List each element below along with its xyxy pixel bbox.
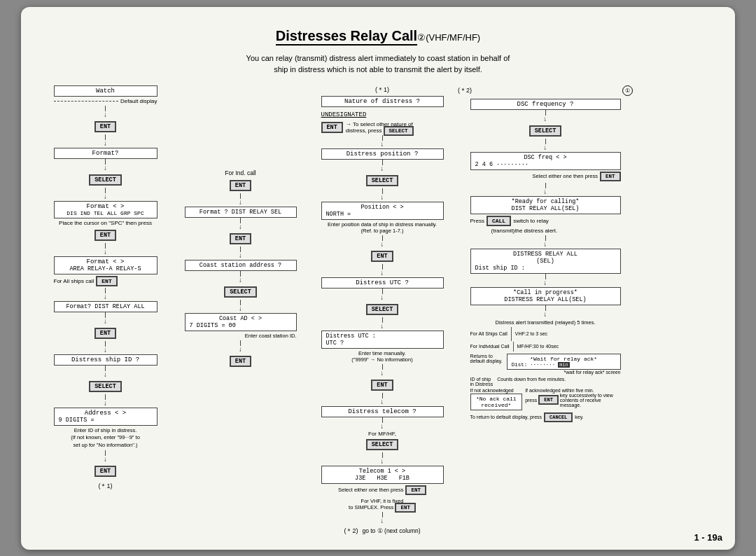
dsc-freq-q-box: DSC frequency ? [470, 99, 621, 110]
star1-bottom: (＊1) [99, 482, 113, 491]
col3-select4-btn: SELECT [366, 439, 399, 450]
for-mf-hf-label: For MF/HF, [368, 431, 396, 437]
undesignated-label: UNDESIGNATED [321, 111, 367, 118]
returns-row: Returns to default display. *Wait for re… [470, 354, 621, 375]
id-note: Enter ID of ship in distress. (If not kn… [54, 427, 158, 450]
format-q-box: Format? [54, 148, 158, 159]
cancel-row: To return to default display, press CANC… [470, 412, 621, 422]
v-line [105, 159, 106, 165]
address-box: Address < > 9 DIGITS = [54, 408, 158, 426]
diagram-area: Watch Default display ↓ ENT ↓ Format? ↓ … [41, 85, 715, 536]
telecom1-box: Telecom 1 < > J3E H3E F1B [321, 466, 444, 484]
page-title: Distresses Relay Call [276, 28, 417, 46]
col2-ent2-btn: ENT [230, 233, 251, 244]
distress-relay2-box: DISTRESS RELAY ALL (SEL) Dist ship ID : [470, 249, 621, 274]
ready-box: *Ready for calling* DIST RELAY ALL(SEL) [470, 196, 621, 214]
ack-row: If not acknowledged *No ack call receive… [470, 388, 621, 410]
col3-select2-btn: SELECT [366, 175, 399, 186]
enter-coast-note: Enter coast station ID. [185, 333, 297, 339]
ent4-btn: ENT [94, 328, 116, 339]
col3-flow: (＊1) Nature of distress ? UNDESIGNATED E… [312, 85, 452, 536]
v-line [105, 134, 106, 140]
format3-box: Format? DIST RELAY ALL [54, 301, 158, 312]
default-display-label: Default display [120, 98, 157, 104]
coast-ad-box: Coast AD < > 7 DIGITS = 00 [185, 313, 297, 331]
v-line [105, 106, 106, 111]
ent5-btn: ENT [94, 466, 116, 477]
col4-ent1-btn: ENT [600, 172, 621, 181]
col2-ent1-btn: ENT [230, 180, 251, 191]
id-counts-row: ID of ship in Distress Counts down from … [470, 377, 621, 387]
distress-ship-box: Distress ship ID ? [54, 354, 158, 366]
to-select-note: → To select other nature ofdistress, pre… [346, 121, 414, 134]
col3-ent3-btn: ENT [371, 380, 393, 391]
for-vhf-note: For VHF, it is fixed to SIMPLEX. Press E… [349, 498, 416, 510]
arrow-down: ↓ [103, 140, 107, 148]
ent3-btn: ENT [96, 276, 117, 286]
format-dist-box: Format ? DIST RELAY SEL [185, 207, 297, 218]
distress-telecom-box: Distress telecom ? [321, 406, 444, 417]
transmit-note: (transmit)the distress alert. [470, 228, 621, 234]
format2-box: Format < > AREA RELAY-A RELAY-S [54, 256, 158, 274]
select1-btn: SELECT [89, 174, 122, 186]
pos-note: Enter position data of ship in distress … [321, 221, 444, 234]
format1-box: Format < > DIS IND TEL ALL GRP SPC [54, 201, 158, 218]
col4-ent-btn: ENT [538, 395, 559, 405]
col4-star2: (＊2) [458, 86, 472, 95]
title-suffix: ②(VHF/MF/HF) [417, 32, 480, 43]
subtitle: You can relay (transmit) distress alert … [41, 53, 715, 76]
col3-ent2-btn: ENT [371, 251, 393, 262]
min-label: min [558, 362, 570, 368]
col3-goto: go to ① (next column) [362, 527, 420, 534]
col2-ent3-btn: ENT [230, 356, 251, 367]
for-all-ships-row: For All ships call ENT [54, 276, 158, 286]
for-ind-label: For Ind. call [225, 169, 255, 176]
col2-flow: For Ind. call ENT ↓ Format ? DIST RELAY … [176, 85, 305, 536]
col3-select3-btn: SELECT [366, 304, 399, 315]
distress-utc-box: Distress UTC : UTC ? [321, 331, 444, 349]
col3-ent4-btn: ENT [405, 485, 426, 495]
transmitted-note: Distress alert transmitted (relayed) 5 t… [470, 319, 621, 326]
for-all-ships-label: For All ships call [54, 278, 94, 284]
press-call-row: Press CALL switch to relay [470, 216, 621, 226]
col1-flow: Watch Default display ↓ ENT ↓ Format? ↓ … [41, 85, 170, 536]
watch-box: Watch [54, 85, 158, 97]
ent1-btn: ENT [94, 121, 116, 132]
col2-select1-btn: SELECT [224, 286, 257, 298]
col3-star2-bottom: (＊2) [344, 527, 358, 536]
call-progress-box: *Call in progress* DISTRESS RELAY ALL(SE… [470, 287, 621, 305]
coast-q-box: Coast station address ? [185, 260, 297, 271]
dsc-freq-box: DSC freq < > 2 4 6 ········· [470, 152, 621, 170]
nature-q-box: Nature of distress ? [321, 96, 444, 107]
distress-utc-q-box: Distress UTC ? [321, 277, 444, 289]
spc-note: Place the cursor on "SPC" then press [54, 220, 158, 226]
select-inline-btn: SELECT [384, 126, 414, 136]
col3-ent1-btn: ENT [321, 122, 343, 133]
call-btn: CALL [486, 216, 511, 226]
ent2-btn: ENT [94, 230, 116, 241]
wait-relay-box: *Wait for relay ack* Dist: ········ min [507, 354, 621, 370]
page-number: 1 - 19a [694, 532, 722, 543]
distress-pos-box: Distress position ? [321, 148, 444, 160]
col3-ent5-btn: ENT [395, 503, 416, 513]
select-ent-note: Select either one then press ENT [338, 485, 426, 495]
col3-star1: (＊1) [375, 85, 389, 95]
time-note: Enter time manually. ("9999" → No inform… [321, 350, 444, 363]
vhf-mfhf-table: For All Ships Call VHF:2 to 3 sec For In… [470, 327, 621, 352]
circle1: ① [622, 85, 633, 96]
page: Distresses Relay Call②(VHF/MF/HF) You ca… [21, 7, 735, 550]
select-ent-note2: Select either one then press ENT [470, 172, 621, 181]
position-box: Position < > NORTH = [321, 202, 444, 220]
arrow-down: ↓ [103, 111, 107, 119]
cancel-btn: CANCEL [544, 412, 573, 422]
col4-flow: (＊2) ① DSC frequency ? ↓ SELECT ↓ DSC fr… [458, 85, 633, 536]
select2-btn: SELECT [89, 381, 122, 392]
col4-select1-btn: SELECT [529, 125, 562, 137]
